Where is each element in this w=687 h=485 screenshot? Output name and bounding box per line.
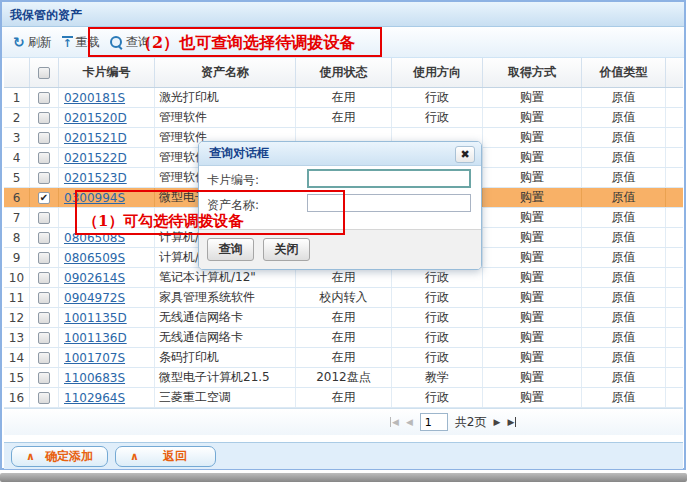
card-number-cell: 0806508S — [59, 228, 155, 247]
status-cell: 在用 — [296, 88, 392, 107]
status-cell: 2012盘点 — [296, 368, 392, 387]
card-number-link[interactable]: 1100683S — [64, 371, 125, 385]
asset-name-input[interactable] — [307, 194, 471, 212]
search-label: 查询 — [126, 34, 150, 51]
prev-page-icon[interactable]: ◀ — [406, 417, 413, 427]
next-page-icon[interactable]: ▶ — [493, 417, 500, 427]
back-button[interactable]: ∧ 返回 — [115, 446, 216, 467]
row-checkbox[interactable] — [38, 212, 50, 224]
direction-cell: 行政 — [392, 388, 483, 407]
row-checkbox[interactable] — [38, 392, 50, 404]
value-type-cell: 原值 — [582, 308, 666, 327]
card-number-link[interactable]: 1001135D — [64, 311, 127, 325]
value-type-cell: 原值 — [582, 288, 666, 307]
card-number-link[interactable]: 0300994S — [64, 191, 125, 205]
header-value-type[interactable]: 价值类型 — [582, 58, 666, 87]
page-number-input[interactable] — [420, 413, 448, 431]
card-number-link[interactable]: 0904972S — [64, 291, 125, 305]
dialog-title[interactable]: 查询对话框 — [199, 142, 481, 166]
value-type-cell: 原值 — [582, 228, 666, 247]
row-checkbox[interactable] — [38, 152, 50, 164]
sliver-cell — [666, 248, 683, 267]
table-row[interactable]: 151100683S微型电子计算机21.52012盘点教学购置原值 — [4, 368, 683, 388]
row-checkbox[interactable] — [38, 292, 50, 304]
row-checkbox[interactable] — [38, 232, 50, 244]
last-page-icon[interactable]: ▶ — [507, 417, 516, 427]
search-button[interactable]: 查询 — [105, 31, 155, 54]
status-cell: 在用 — [296, 328, 392, 347]
row-number: 2 — [4, 108, 30, 127]
status-cell: 在用 — [296, 108, 392, 127]
row-checkbox[interactable] — [38, 272, 50, 284]
reload-button[interactable]: ↑ 重载 — [57, 31, 105, 54]
card-number-link[interactable]: 0201523D — [64, 171, 127, 185]
row-checkbox[interactable] — [38, 312, 50, 324]
card-number-link[interactable]: 0806508S — [64, 231, 125, 245]
value-type-cell: 原值 — [582, 108, 666, 127]
asset-name-cell: 微型电子计算机21.5 — [155, 368, 296, 387]
dialog-close-button[interactable]: ✖ — [455, 146, 475, 163]
card-number-cell: 0201520D — [59, 108, 155, 127]
sliver-cell — [666, 188, 683, 207]
table-row[interactable]: 10200181S激光打印机在用行政购置原值 — [4, 88, 683, 108]
refresh-button[interactable]: ↻ 刷新 — [8, 31, 57, 54]
card-number-link[interactable]: 0201522D — [64, 151, 127, 165]
header-name[interactable]: 资产名称 — [155, 58, 296, 87]
row-checkbox[interactable] — [38, 132, 50, 144]
table-row[interactable]: 100902614S笔记本计算机/12"在用行政购置原值 — [4, 268, 683, 288]
sliver-cell — [666, 148, 683, 167]
method-cell: 购置 — [483, 308, 582, 327]
row-checkbox-cell — [30, 108, 59, 127]
header-method[interactable]: 取得方式 — [483, 58, 582, 87]
header-sliver — [666, 58, 683, 87]
caret-up-icon: ∧ — [130, 450, 139, 463]
reload-label: 重载 — [76, 34, 100, 51]
card-number-link[interactable]: 1001707S — [64, 351, 125, 365]
card-number-link[interactable]: 0200181S — [64, 91, 125, 105]
card-number-link[interactable]: 1001136D — [64, 331, 127, 345]
header-status[interactable]: 使用状态 — [296, 58, 392, 87]
table-row[interactable]: 131001136D无线通信网络卡在用行政购置原值 — [4, 328, 683, 348]
first-page-icon[interactable]: ◀ — [390, 417, 399, 427]
row-checkbox[interactable] — [38, 352, 50, 364]
card-number-link[interactable]: 1102964S — [64, 391, 125, 405]
card-number-cell: 1102964S — [59, 388, 155, 407]
row-checkbox[interactable] — [38, 252, 50, 264]
reload-icon: ↑ — [62, 36, 73, 49]
row-number: 7 — [4, 208, 30, 227]
row-checkbox[interactable] — [38, 332, 50, 344]
select-all-checkbox[interactable] — [38, 67, 50, 79]
card-number-label: 卡片编号: — [207, 172, 307, 189]
row-checkbox[interactable]: ✔ — [38, 192, 50, 204]
dialog-close-text-button[interactable]: 关闭 — [263, 238, 310, 261]
table-row[interactable]: 161102964S三菱重工空调在用行政购置原值 — [4, 388, 683, 408]
row-number: 3 — [4, 128, 30, 147]
card-number-link[interactable]: 0902614S — [64, 271, 125, 285]
window-bottom-strip — [0, 473, 687, 482]
header-direction[interactable]: 使用方向 — [392, 58, 483, 87]
row-checkbox[interactable] — [38, 172, 50, 184]
table-row[interactable]: 121001135D无线通信网络卡在用行政购置原值 — [4, 308, 683, 328]
card-number-link[interactable]: 0806509S — [64, 251, 125, 265]
header-card[interactable]: 卡片编号 — [59, 58, 155, 87]
status-cell: 在用 — [296, 268, 392, 287]
card-number-link[interactable]: 0201521D — [64, 131, 127, 145]
row-checkbox-cell — [30, 308, 59, 327]
asset-name-cell: 笔记本计算机/12" — [155, 268, 296, 287]
row-checkbox[interactable] — [38, 112, 50, 124]
dialog-query-button[interactable]: 查询 — [207, 238, 254, 261]
row-checkbox[interactable] — [38, 92, 50, 104]
table-row[interactable]: 110904972S家具管理系统软件校内转入行政购置原值 — [4, 288, 683, 308]
panel-title: 我保管的资产 — [2, 2, 684, 27]
confirm-add-button[interactable]: ∧ 确定添加 — [11, 446, 108, 467]
table-row[interactable]: 141001707S条码打印机在用行政购置原值 — [4, 348, 683, 368]
row-checkbox[interactable] — [38, 372, 50, 384]
table-row[interactable]: 20201520D管理软件在用行政购置原值 — [4, 108, 683, 128]
value-type-cell: 原值 — [582, 88, 666, 107]
header-rownum — [4, 58, 30, 87]
card-number-input[interactable] — [307, 169, 471, 188]
sliver-cell — [666, 388, 683, 407]
card-number-cell: 0300994S — [59, 188, 155, 207]
card-number-link[interactable]: 0201520D — [64, 111, 127, 125]
direction-cell: 行政 — [392, 328, 483, 347]
